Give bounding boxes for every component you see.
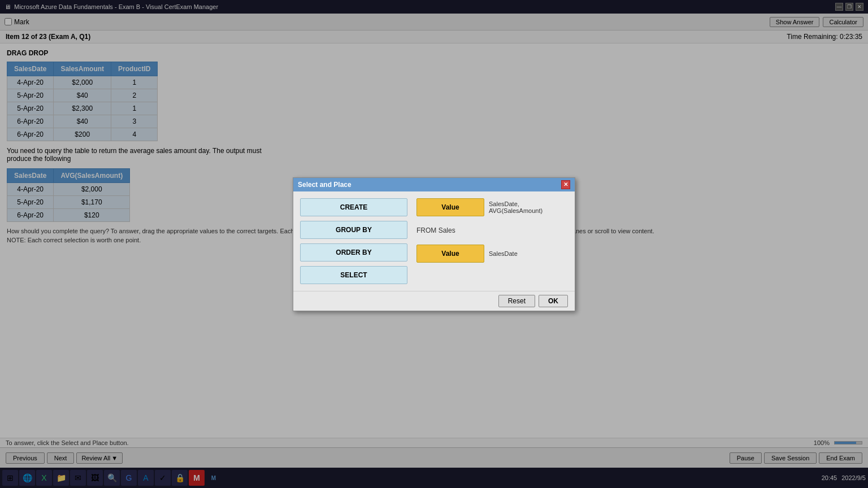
value-row-2: Value SalesDate bbox=[416, 245, 568, 263]
modal-footer: Reset OK bbox=[293, 291, 575, 311]
create-clause-btn[interactable]: CREATE bbox=[300, 198, 407, 216]
modal-overlay: Select and Place ✕ CREATE GROUP BY ORDER… bbox=[0, 0, 868, 488]
value-button-1[interactable]: Value bbox=[416, 198, 484, 216]
value-annotation-2: SalesDate bbox=[489, 250, 518, 257]
value-annotation-1: SalesDate,AVG(SalesAmount) bbox=[489, 201, 542, 214]
modal-close-button[interactable]: ✕ bbox=[561, 180, 570, 189]
value-row-1: Value SalesDate,AVG(SalesAmount) bbox=[416, 198, 568, 216]
modal-clauses: CREATE GROUP BY ORDER BY SELECT bbox=[300, 198, 407, 284]
modal-body: CREATE GROUP BY ORDER BY SELECT Value Sa… bbox=[293, 191, 575, 291]
select-clause-btn[interactable]: SELECT bbox=[300, 266, 407, 284]
order-by-clause-btn[interactable]: ORDER BY bbox=[300, 243, 407, 262]
modal-title-bar: Select and Place ✕ bbox=[293, 178, 575, 191]
ok-button[interactable]: OK bbox=[539, 295, 568, 307]
modal-right: Value SalesDate,AVG(SalesAmount) FROM Sa… bbox=[407, 198, 568, 284]
value-button-2[interactable]: Value bbox=[416, 245, 484, 263]
group-by-clause-btn[interactable]: GROUP BY bbox=[300, 221, 407, 239]
from-sales-row: FROM Sales bbox=[416, 224, 568, 237]
select-place-modal: Select and Place ✕ CREATE GROUP BY ORDER… bbox=[293, 177, 575, 311]
from-sales-text: FROM Sales bbox=[416, 226, 455, 234]
reset-button[interactable]: Reset bbox=[498, 295, 535, 307]
modal-title: Select and Place bbox=[298, 181, 351, 189]
